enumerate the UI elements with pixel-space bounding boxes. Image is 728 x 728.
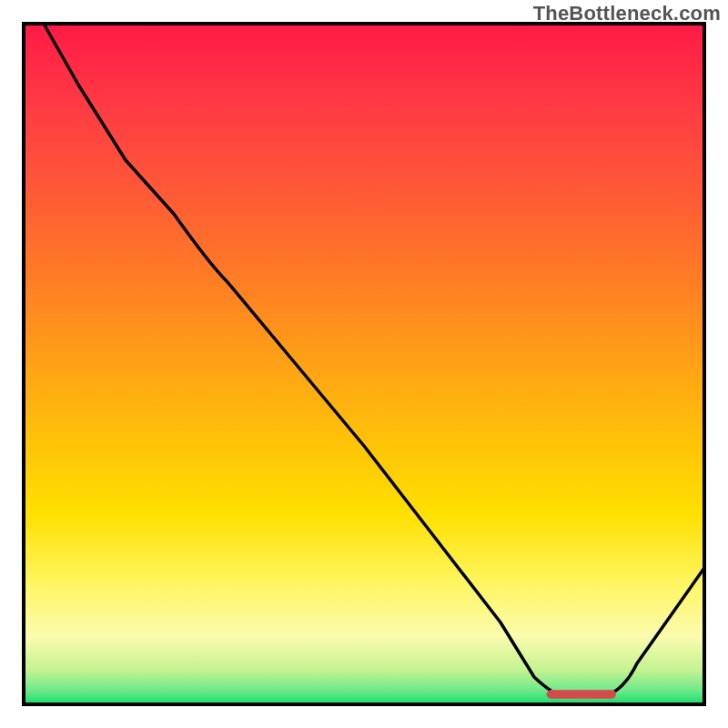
bottleneck-chart xyxy=(0,0,728,728)
watermark-text: TheBottleneck.com xyxy=(533,2,721,25)
chart-container: TheBottleneck.com xyxy=(0,0,728,728)
plot-background xyxy=(24,24,704,704)
